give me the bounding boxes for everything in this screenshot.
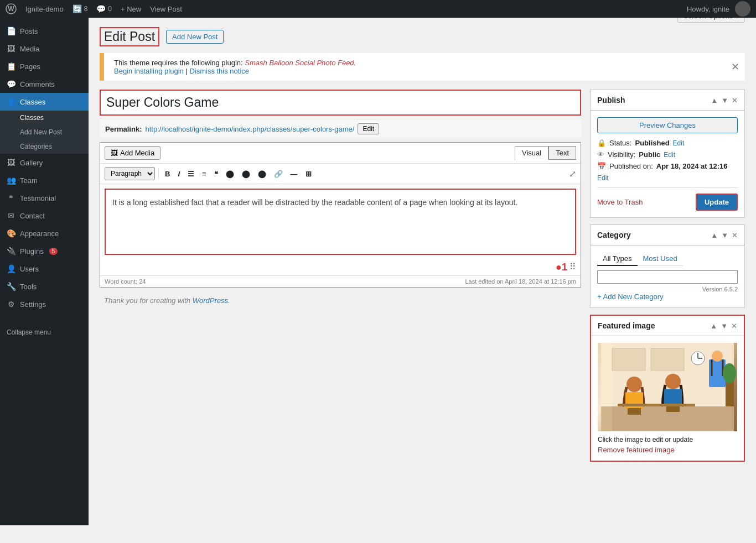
sidebar-item-testimonial[interactable]: ❝ Testimonial: [0, 189, 89, 207]
permalink-label: Permalink:: [105, 125, 142, 133]
notice-text-prefix: This theme requires the following plugin…: [114, 59, 243, 67]
publish-metabox: Publish ▲ ▼ ✕ Preview Changes 🔒 Status: …: [590, 90, 745, 218]
updates-icon[interactable]: 🔄 8: [73, 4, 88, 13]
media-toolbar-row: 🖼 Add Media Visual Text: [100, 143, 581, 164]
featured-image-body: Click the image to edit or update Remove…: [591, 336, 744, 461]
align-left-button[interactable]: ⬤: [223, 168, 237, 180]
word-count: Word count: 24: [105, 278, 146, 285]
dismiss-notice-link[interactable]: Dismiss this notice: [189, 67, 249, 75]
add-new-post-button[interactable]: Add New Post: [166, 30, 224, 44]
fullscreen-icon[interactable]: ⤢: [569, 169, 576, 179]
sidebar-item-classes[interactable]: 👤 Classes: [0, 93, 89, 111]
published-date-edit-link[interactable]: Edit: [597, 174, 609, 182]
testimonial-icon: ❝: [7, 194, 15, 202]
wordpress-logo-icon[interactable]: W: [6, 3, 17, 14]
align-center-button[interactable]: ⬤: [239, 168, 253, 180]
cat-chevron-down-icon[interactable]: ▼: [721, 231, 728, 239]
sidebar-item-comments[interactable]: 💬 Comments: [0, 75, 89, 93]
feat-chevron-down-icon[interactable]: ▼: [721, 322, 728, 330]
feat-chevron-up-icon[interactable]: ▲: [710, 322, 717, 330]
remove-featured-image-link[interactable]: Remove featured image: [598, 446, 675, 454]
blockquote-button[interactable]: ❝: [211, 168, 221, 180]
add-new-category-link[interactable]: + Add New Category: [597, 293, 664, 301]
svg-text:W: W: [8, 5, 14, 13]
bold-button[interactable]: B: [162, 168, 173, 180]
calendar-icon: 📅: [597, 162, 606, 170]
publish-actions: Move to Trash Update: [597, 187, 738, 211]
chevron-up-icon[interactable]: ▲: [711, 96, 718, 105]
sidebar-item-gallery[interactable]: 🖼 Gallery: [0, 154, 89, 171]
more-button[interactable]: —: [288, 168, 301, 180]
category-title: Category: [597, 231, 631, 239]
view-post-link[interactable]: View Post: [150, 5, 182, 13]
cat-close-icon[interactable]: ✕: [732, 231, 738, 239]
visibility-edit-link[interactable]: Edit: [664, 151, 675, 159]
begin-installing-link[interactable]: Begin installing plugin: [114, 67, 184, 75]
category-tabs: All Types Most Used: [597, 252, 738, 266]
notice-close-button[interactable]: ✕: [731, 62, 739, 72]
sidebar-item-pages[interactable]: 📋 Pages: [0, 58, 89, 75]
sidebar-item-posts[interactable]: 📄 Posts: [0, 22, 89, 40]
unordered-list-button[interactable]: ☰: [185, 168, 197, 180]
sidebar-item-team[interactable]: 👥 Team: [0, 171, 89, 189]
publish-metabox-body: Preview Changes 🔒 Status: Published Edit…: [591, 111, 744, 217]
notification-dot[interactable]: ●1: [556, 262, 567, 273]
svg-rect-21: [601, 343, 612, 431]
drag-handle[interactable]: ⠿: [569, 262, 576, 273]
featured-image-thumbnail[interactable]: [598, 343, 737, 431]
site-name[interactable]: Ignite-demo: [25, 5, 64, 13]
submenu-item-categories[interactable]: Categories: [0, 139, 89, 154]
comments-icon[interactable]: 💬 0: [96, 4, 112, 13]
move-trash-link[interactable]: Move to Trash: [597, 198, 643, 206]
status-edit-link[interactable]: Edit: [673, 139, 685, 147]
ordered-list-button[interactable]: ≡: [199, 168, 209, 180]
align-right-button[interactable]: ⬤: [255, 168, 269, 180]
link-button[interactable]: 🔗: [271, 168, 286, 180]
cat-tab-all-types[interactable]: All Types: [597, 252, 638, 266]
comments-menu-icon: 💬: [7, 80, 15, 88]
format-select[interactable]: Paragraph: [105, 167, 155, 180]
last-edited: Last edited on April 18, 2024 at 12:16 p…: [465, 278, 576, 285]
svg-rect-17: [618, 404, 656, 406]
tab-visual[interactable]: Visual: [515, 146, 548, 160]
permalink-edit-button[interactable]: Edit: [358, 123, 379, 134]
plugin-notice: This theme requires the following plugin…: [100, 53, 745, 81]
plugins-icon: 🔌: [7, 247, 15, 255]
permalink-url[interactable]: http://localhost/ignite-demo/index.php/c…: [145, 125, 354, 133]
italic-button[interactable]: I: [175, 168, 183, 180]
cat-chevron-up-icon[interactable]: ▲: [711, 231, 718, 239]
sidebar-item-appearance[interactable]: 🎨 Appearance: [0, 224, 89, 242]
wordpress-link[interactable]: WordPress: [193, 296, 228, 305]
visibility-value: Public: [639, 150, 660, 159]
chevron-down-icon[interactable]: ▼: [721, 96, 728, 105]
close-icon[interactable]: ✕: [732, 96, 738, 105]
submenu-item-classes[interactable]: Classes: [0, 111, 89, 125]
editor-content[interactable]: It is a long established fact that a rea…: [105, 189, 576, 255]
category-controls: ▲ ▼ ✕: [711, 231, 738, 239]
published-date: Apr 18, 2024 at 12:16: [656, 162, 728, 170]
sidebar-item-users[interactable]: 👤 Users: [0, 260, 89, 278]
table-button[interactable]: ⊞: [303, 168, 314, 180]
featured-image-metabox: Featured image ▲ ▼ ✕: [590, 315, 745, 462]
cat-tab-most-used[interactable]: Most Used: [638, 252, 683, 266]
sidebar-item-settings[interactable]: ⚙ Settings: [0, 295, 89, 313]
tab-text[interactable]: Text: [548, 146, 576, 160]
post-title-input[interactable]: [101, 91, 580, 114]
gallery-icon: 🖼: [7, 158, 15, 167]
feat-close-icon[interactable]: ✕: [731, 322, 737, 330]
sidebar-item-tools[interactable]: 🔧 Tools: [0, 278, 89, 295]
sidebar-item-plugins[interactable]: 🔌 Plugins 5: [0, 242, 89, 260]
update-button[interactable]: Update: [696, 194, 738, 211]
collapse-menu-button[interactable]: Collapse menu: [0, 324, 89, 341]
new-content-button[interactable]: + New: [121, 5, 141, 13]
add-media-button[interactable]: 🖼 Add Media: [105, 146, 160, 160]
sidebar-item-contact[interactable]: ✉ Contact: [0, 207, 89, 224]
svg-rect-5: [651, 348, 684, 370]
avatar: [735, 1, 750, 17]
preview-changes-button[interactable]: Preview Changes: [597, 117, 738, 133]
editor-tabs: Visual Text: [515, 146, 576, 160]
sidebar-item-media[interactable]: 🖼 Media: [0, 40, 89, 58]
category-search-input[interactable]: [597, 270, 738, 284]
submenu-item-add-new-post[interactable]: Add New Post: [0, 125, 89, 139]
svg-rect-4: [612, 348, 645, 370]
